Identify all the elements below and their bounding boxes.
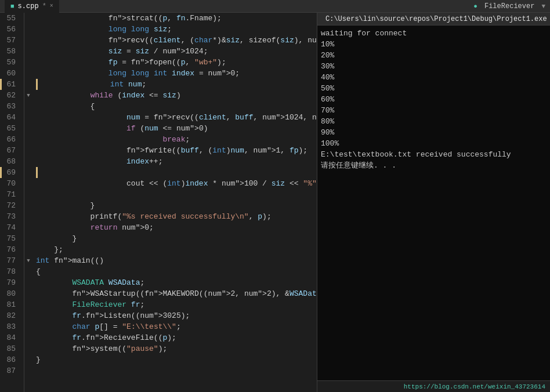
line-number: 65: [0, 123, 19, 134]
fold-indicator: [24, 277, 32, 288]
fold-indicator: [24, 299, 32, 310]
fold-indicator: [24, 156, 32, 167]
tab-bar: ■ s.cpp * × ● FileReciever ▼: [0, 0, 550, 13]
fold-indicator: [24, 266, 32, 277]
terminal-panel: C:\Users\lin\source\repos\Project1\Debug…: [317, 13, 550, 392]
terminal-line: 10%: [321, 39, 547, 50]
fold-indicator: [24, 24, 32, 35]
terminal-line: 100%: [321, 138, 547, 149]
code-line: fn">WSAStartup((fn">MAKEWORD((num">2, nu…: [36, 288, 317, 299]
code-editor: 5556575859606162636465666768697071727374…: [0, 13, 317, 392]
line-number: 86: [0, 354, 19, 365]
code-line: fp = fn">fopen((p, "wb+");: [36, 57, 317, 68]
terminal-line: 90%: [321, 127, 547, 138]
code-line: }: [36, 354, 317, 365]
code-line: };: [36, 244, 317, 255]
fold-indicator: [24, 46, 32, 57]
code-line: {: [36, 266, 317, 277]
fold-indicator: [24, 189, 32, 200]
fold-indicator: [24, 222, 32, 233]
line-number: 62: [0, 90, 19, 101]
terminal-line: 30%: [321, 61, 547, 72]
code-line: {: [36, 101, 317, 112]
terminal-title-bar: C:\Users\lin\source\repos\Project1\Debug…: [317, 13, 550, 26]
right-tab-icon: ●: [473, 3, 477, 10]
line-number: 66: [0, 134, 19, 145]
line-number: 85: [0, 343, 19, 354]
line-number: 57: [0, 35, 19, 46]
line-number: 72: [0, 200, 19, 211]
terminal-link[interactable]: https://blog.csdn.net/weixin_43723614: [404, 383, 545, 390]
terminal-line: waiting for connect: [321, 28, 547, 39]
line-number: 83: [0, 321, 19, 332]
line-number: 71: [0, 189, 19, 200]
fold-indicator: [24, 123, 32, 134]
terminal-line: 80%: [321, 116, 547, 127]
code-line: }: [36, 200, 317, 211]
line-numbers: 5556575859606162636465666768697071727374…: [0, 13, 24, 392]
title-bar: ■ s.cpp * × ● FileReciever ▼: [0, 0, 550, 13]
fold-indicator: [24, 13, 32, 24]
code-line: [36, 189, 317, 200]
code-line: fr.fn">RecieveFile((p);: [36, 332, 317, 343]
fold-indicator: [24, 200, 32, 211]
code-line: index++;: [36, 156, 317, 167]
line-number: 74: [0, 222, 19, 233]
fold-indicator[interactable]: ▼: [24, 90, 32, 101]
code-line: char p[] = "E:\\test\\";: [36, 321, 317, 332]
right-tab-label: FileReciever: [484, 2, 534, 10]
terminal-line: 40%: [321, 72, 547, 83]
terminal-line: 请按任意键继续. . .: [321, 160, 547, 171]
code-line: int fn">main((): [36, 255, 317, 266]
fold-indicator: [24, 101, 32, 112]
fold-indicator: [24, 310, 32, 321]
code-line: break;: [36, 134, 317, 145]
line-number: 56: [0, 24, 19, 35]
main-area: 5556575859606162636465666768697071727374…: [0, 13, 550, 392]
line-number: 81: [0, 299, 19, 310]
line-number: 55: [0, 13, 19, 24]
fold-indicator[interactable]: ▼: [24, 255, 32, 266]
terminal-line: E:\test\textbook.txt received successful…: [321, 149, 547, 160]
code-lines[interactable]: fn">strcat((p, fn.Fname); long long siz;…: [32, 13, 317, 392]
code-line: fn">fwrite((buff, (int)num, num">1, fp);: [36, 145, 317, 156]
line-number: 64: [0, 112, 19, 123]
fold-indicator: [24, 134, 32, 145]
line-number: 84: [0, 332, 19, 343]
line-number: 68: [0, 156, 19, 167]
fold-gutter: ▼▼: [24, 13, 32, 392]
terminal-bottom-bar: https://blog.csdn.net/weixin_43723614: [317, 380, 550, 392]
code-line: if (num <= num">0): [36, 123, 317, 134]
code-line: fn">recv((client, (char*)&siz, sizeof(si…: [36, 35, 317, 46]
tab-close-button[interactable]: ×: [50, 3, 53, 9]
fold-indicator: [24, 79, 32, 90]
fold-indicator: [24, 167, 32, 178]
code-line: fn">strcat((p, fn.Fname);: [36, 13, 317, 24]
right-tab-arrow: ▼: [541, 3, 545, 10]
line-number: 82: [0, 310, 19, 321]
code-line: fr.fn">Listen((num">3025);: [36, 310, 317, 321]
code-line: long long int index = num">0;: [36, 68, 317, 79]
code-line: siz = siz / num">1024;: [36, 46, 317, 57]
terminal-line: 70%: [321, 105, 547, 116]
tab-s-cpp[interactable]: ■ s.cpp * ×: [5, 0, 59, 13]
line-number: 63: [0, 101, 19, 112]
fold-indicator: [24, 233, 32, 244]
fold-indicator: [24, 68, 32, 79]
line-number: 78: [0, 266, 19, 277]
code-line: FileReciever fr;: [36, 299, 317, 310]
code-line: return num">0;: [36, 222, 317, 233]
code-line: printf("%s received successfully\n", p);: [36, 211, 317, 222]
code-line: int num;: [36, 79, 317, 90]
fold-indicator: [24, 365, 32, 376]
code-line: }: [36, 233, 317, 244]
code-line: WSADATA WSAData;: [36, 277, 317, 288]
line-number: 73: [0, 211, 19, 222]
line-number: 75: [0, 233, 19, 244]
code-line: [36, 365, 317, 376]
line-number: 61: [0, 79, 19, 90]
code-line: cout << (int)index * num">100 / siz << "…: [36, 178, 317, 189]
code-line: num = fn">recv((client, buff, num">1024,…: [36, 112, 317, 123]
line-number: 70: [0, 178, 19, 189]
terminal-line: 20%: [321, 50, 547, 61]
